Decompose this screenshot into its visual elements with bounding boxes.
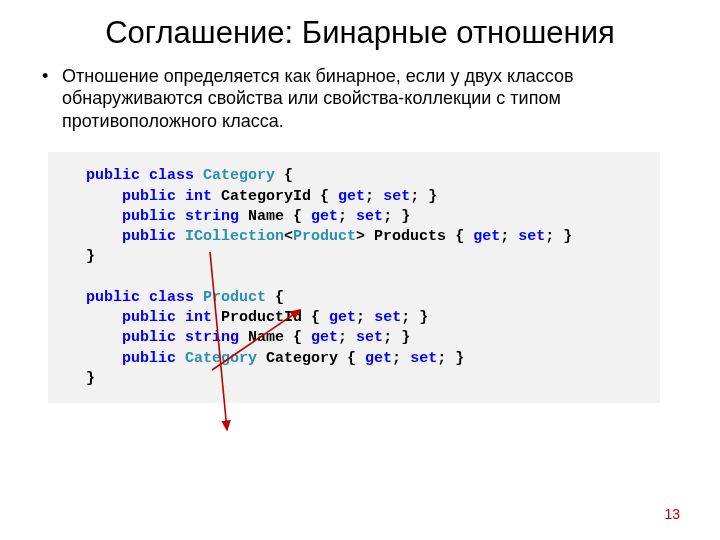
page-number: 13 xyxy=(664,506,680,522)
type-icollection: ICollection xyxy=(185,228,284,245)
kw-class: class xyxy=(149,167,194,184)
slide: Соглашение: Бинарные отношения • Отношен… xyxy=(0,0,720,540)
type-product-generic: Product xyxy=(293,228,356,245)
kw-public: public xyxy=(86,167,140,184)
class-product: Product xyxy=(203,289,266,306)
type-category-prop: Category xyxy=(185,350,257,367)
slide-title: Соглашение: Бинарные отношения xyxy=(40,14,680,53)
bullet-item: • Отношение определяется как бинарное, е… xyxy=(40,65,680,133)
class-category: Category xyxy=(203,167,275,184)
bullet-marker: • xyxy=(40,65,62,88)
code-block: public class Category { public int Categ… xyxy=(48,152,660,403)
bullet-text: Отношение определяется как бинарное, есл… xyxy=(62,65,680,133)
